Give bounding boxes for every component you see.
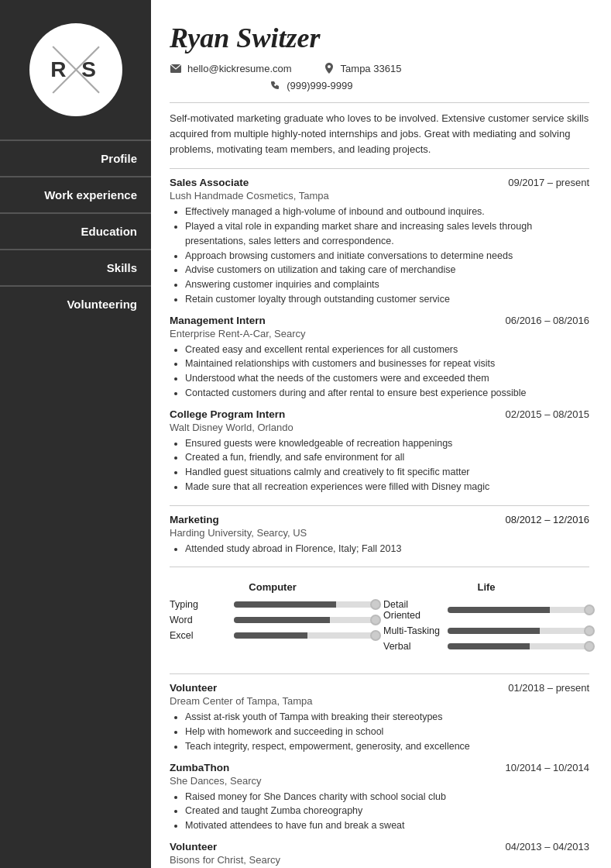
list-item: Motivated attendees to have fun and brea…	[185, 818, 589, 833]
edu-1-school: Harding University, Searcy, US	[170, 527, 589, 539]
skill-detail-row: Detail Oriented	[383, 599, 589, 621]
profile-text: Self-motivated marketing graduate who lo…	[170, 111, 589, 157]
vol-3-title: Volunteer	[170, 841, 217, 852]
job-2: Management Intern 06/2016 – 08/2016 Ente…	[170, 315, 589, 401]
list-item: Played a vital role in expanding market …	[185, 219, 589, 249]
main-content: Ryan Switzer hello@kickresume.com Tampa …	[151, 0, 611, 868]
vol-1-title: Volunteer	[170, 682, 217, 694]
skill-verbal-bar	[448, 643, 589, 649]
job-3-company: Walt Disney World, Orlando	[170, 422, 589, 433]
sidebar-section-profile: Profile	[0, 140, 151, 176]
edu-1: Marketing 08/2012 – 12/2016 Harding Univ…	[170, 514, 589, 556]
list-item: Answering customer inquiries and complai…	[185, 277, 589, 292]
email-value: hello@kickresume.com	[187, 63, 292, 74]
life-skills-col: Life Detail Oriented Multi-Tasking	[383, 581, 589, 656]
job-3-header: College Program Intern 02/2015 – 08/2015	[170, 408, 589, 420]
sidebar-section-work: Work experience	[0, 176, 151, 212]
sidebar-label-skills: Skills	[0, 260, 151, 276]
skill-word-fill	[234, 617, 330, 623]
vol-2-dates: 10/2014 – 10/2014	[506, 762, 589, 773]
email-icon	[170, 62, 182, 74]
vol-1: Volunteer 01/2018 – present Dream Center…	[170, 682, 589, 753]
phone-value: (999)999-9999	[287, 80, 352, 91]
skills-divider	[170, 567, 589, 567]
resume-header: Ryan Switzer hello@kickresume.com Tampa …	[170, 22, 589, 91]
list-item: Retain customer loyalty through outstand…	[185, 292, 589, 307]
vol-2: ZumbaThon 10/2014 – 10/2014 She Dances, …	[170, 762, 589, 833]
list-item: Created and taught Zumba choreography	[185, 804, 589, 818]
avatar-initials: R S	[50, 57, 101, 82]
vol-3-company: Bisons for Christ, Searcy	[170, 854, 589, 866]
avatar: R S	[29, 23, 122, 116]
vol-2-company: She Dances, Searcy	[170, 775, 589, 787]
job-3-dates: 02/2015 – 08/2015	[506, 408, 589, 420]
computer-skills-col: Computer Typing Word Excel	[170, 581, 376, 656]
skill-multitask-row: Multi-Tasking	[383, 625, 589, 636]
skill-typing-dot	[370, 599, 381, 610]
candidate-name: Ryan Switzer	[170, 22, 589, 54]
list-item: Created a fun, friendly, and safe enviro…	[185, 450, 589, 465]
skill-multitask-name: Multi-Tasking	[383, 625, 441, 636]
life-skills-title: Life	[383, 581, 589, 593]
sidebar-label-volunteering: Volunteering	[0, 296, 151, 312]
skill-multitask-dot	[584, 625, 595, 636]
list-item: Advise customers on utilization and taki…	[185, 263, 589, 277]
list-item: Effectively managed a high-volume of inb…	[185, 205, 589, 219]
skill-word-dot	[370, 615, 381, 625]
vol-1-bullets: Assist at-risk youth of Tampa with break…	[170, 710, 589, 753]
job-1: Sales Associate 09/2017 – present Lush H…	[170, 177, 589, 306]
list-item: Contacted customers during and after ren…	[185, 386, 589, 401]
computer-skills-title: Computer	[170, 581, 376, 593]
job-2-bullets: Created easy and excellent rental experi…	[170, 343, 589, 401]
job-3: College Program Intern 02/2015 – 08/2015…	[170, 408, 589, 494]
list-item: Handled guest situations calmly and crea…	[185, 465, 589, 480]
edu-1-degree: Marketing	[170, 514, 219, 525]
skill-excel-row: Excel	[170, 630, 376, 641]
skill-word-row: Word	[170, 615, 376, 625]
skill-word-bar	[234, 617, 376, 623]
skill-verbal-row: Verbal	[383, 641, 589, 652]
skill-multitask-fill	[448, 628, 540, 634]
job-3-title: College Program Intern	[170, 408, 285, 420]
list-item: Maintained relationships with customers …	[185, 356, 589, 371]
skill-excel-fill	[234, 632, 307, 639]
sidebar-section-skills: Skills	[0, 249, 151, 285]
work-experience-section: Sales Associate 09/2017 – present Lush H…	[170, 177, 589, 494]
job-2-header: Management Intern 06/2016 – 08/2016	[170, 315, 589, 326]
sidebar: R S Profile Work experience Education Sk…	[0, 0, 151, 868]
skill-typing-fill	[234, 601, 336, 608]
edu-1-bullets: Attended study abroad in Florence, Italy…	[170, 542, 589, 556]
vol-3-dates: 04/2013 – 04/2013	[506, 841, 589, 852]
vol-2-header: ZumbaThon 10/2014 – 10/2014	[170, 762, 589, 773]
skill-typing-name: Typing	[170, 599, 228, 610]
skill-excel-bar	[234, 632, 376, 639]
skill-verbal-name: Verbal	[383, 641, 441, 652]
skill-typing-bar	[234, 601, 376, 608]
city-item: Tampa 33615	[323, 62, 402, 74]
list-item: Assist at-risk youth of Tampa with break…	[185, 710, 589, 725]
location-icon	[323, 62, 335, 74]
contact-row: hello@kickresume.com Tampa 33615	[170, 62, 589, 74]
sidebar-label-profile: Profile	[0, 150, 151, 167]
skills-container: Computer Typing Word Excel	[170, 575, 589, 663]
phone-icon	[269, 79, 281, 91]
job-2-dates: 06/2016 – 08/2016	[506, 315, 589, 326]
skill-word-name: Word	[170, 615, 228, 625]
job-1-company: Lush Handmade Cosmetics, Tampa	[170, 190, 589, 202]
vol-1-header: Volunteer 01/2018 – present	[170, 682, 589, 694]
list-item: Created easy and excellent rental experi…	[185, 343, 589, 357]
skill-detail-fill	[448, 607, 550, 613]
email-item: hello@kickresume.com	[170, 62, 292, 74]
list-item: Ensured guests were knowledgeable of rec…	[185, 436, 589, 451]
phone-item: (999)999-9999	[269, 79, 352, 91]
sidebar-label-work: Work experience	[0, 187, 151, 203]
edu-divider	[170, 505, 589, 506]
vol-3-header: Volunteer 04/2013 – 04/2013	[170, 841, 589, 852]
vol-1-company: Dream Center of Tampa, Tampa	[170, 695, 589, 707]
profile-section: Self-motivated marketing graduate who lo…	[170, 111, 589, 157]
list-item: Raised money for She Dances charity with…	[185, 790, 589, 804]
vol-divider	[170, 673, 589, 674]
job-2-company: Enterprise Rent-A-Car, Searcy	[170, 328, 589, 339]
skill-detail-bar	[448, 607, 589, 613]
work-divider	[170, 168, 589, 169]
